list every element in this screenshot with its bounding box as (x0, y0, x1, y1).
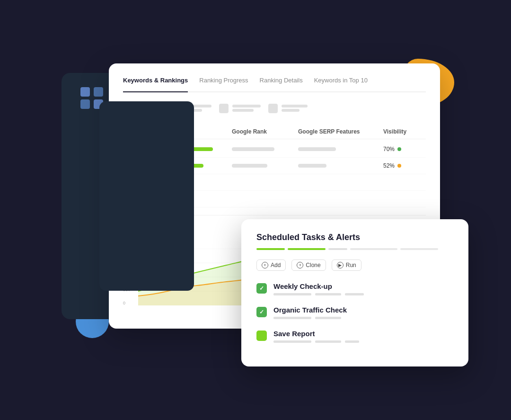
filter-pill-4[interactable] (268, 104, 308, 113)
td-visibility: 52% (383, 162, 431, 169)
nav-tabs: Keywords & Rankings Ranking Progress Ran… (123, 77, 426, 92)
play-icon: ▶ (337, 262, 344, 268)
task-line (273, 317, 311, 319)
add-button[interactable]: + Add (256, 259, 286, 271)
logo-square-2 (94, 87, 103, 97)
filter-lines-4 (282, 105, 308, 112)
filter-icon-3 (219, 104, 229, 113)
task-line (315, 340, 341, 343)
task-line (345, 340, 359, 343)
task-checkbox-organic[interactable]: ✓ (256, 307, 267, 317)
task-checkbox-weekly[interactable]: ✓ (256, 283, 267, 294)
task-line (273, 293, 311, 295)
plus-icon: + (262, 262, 268, 268)
filter-line (232, 109, 254, 112)
task-line (273, 340, 311, 343)
tasks-title: Scheduled Tasks & Alerts (256, 232, 453, 242)
task-line (315, 293, 341, 295)
filter-pill-3[interactable] (219, 104, 261, 113)
prog-bar-2 (288, 248, 326, 250)
tasks-actions: + Add + Clone ▶ Run (256, 259, 453, 271)
tab-ranking-details[interactable]: Ranking Details (260, 77, 303, 86)
tab-keywords-top10[interactable]: Keywords in Top 10 (314, 77, 368, 86)
td-rank (232, 147, 298, 151)
filter-line (232, 105, 261, 107)
task-item-organic: ✓ Organic Traffic Check (256, 306, 453, 319)
tab-ranking-progress[interactable]: Ranking Progress (199, 77, 248, 86)
task-desc-lines (273, 340, 359, 343)
td-visibility: 70% (383, 146, 431, 152)
clone-button[interactable]: + Clone (291, 259, 326, 271)
run-button[interactable]: ▶ Run (332, 259, 361, 271)
prog-bar-1 (256, 248, 285, 250)
filter-lines-3 (232, 105, 261, 112)
filter-line (282, 109, 300, 112)
prog-bar-5 (400, 248, 438, 250)
task-name-weekly: Weekly Check-up (273, 282, 364, 290)
task-text-organic: Organic Traffic Check (273, 306, 347, 319)
task-name-organic: Organic Traffic Check (273, 306, 347, 314)
tab-keywords-rankings[interactable]: Keywords & Rankings (123, 77, 188, 92)
prog-bar-3 (328, 248, 347, 250)
logo-square-1 (80, 87, 90, 97)
task-text-save: Save Report (273, 330, 359, 343)
task-item-save: Save Report (256, 330, 453, 343)
logo-square-3 (80, 99, 90, 109)
th-google-rank: Google Rank (232, 128, 298, 135)
th-serp: Google SERP Features (298, 128, 383, 135)
prog-bar-4 (350, 248, 397, 250)
filter-line (282, 105, 308, 107)
task-item-weekly: ✓ Weekly Check-up (256, 282, 453, 295)
td-rank (232, 164, 298, 168)
plus-circle-icon: + (297, 262, 303, 268)
task-line (315, 317, 341, 319)
dark-behind-card (99, 101, 194, 291)
task-text-weekly: Weekly Check-up (273, 282, 364, 295)
task-line (345, 293, 364, 295)
tasks-card: Scheduled Tasks & Alerts + Add + Clone ▶… (241, 219, 468, 366)
th-visibility: Visibility (383, 128, 431, 135)
task-desc-lines (273, 317, 347, 319)
filter-icon-4 (268, 104, 278, 113)
dot-green (397, 147, 401, 151)
task-desc-lines (273, 293, 364, 295)
task-checkbox-save[interactable] (256, 331, 267, 341)
tasks-progress-row (256, 248, 453, 250)
td-serp (298, 147, 383, 151)
task-name-save: Save Report (273, 330, 359, 338)
dot-orange (397, 164, 401, 168)
td-serp (298, 164, 383, 168)
